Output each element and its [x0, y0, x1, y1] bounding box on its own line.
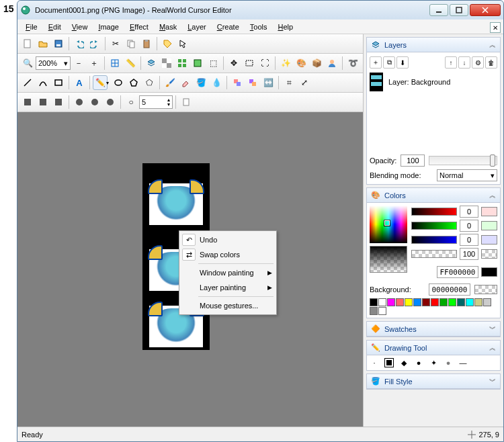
select-rect-icon[interactable]: [242, 56, 257, 71]
ctx-window-painting[interactable]: Window painting▶: [181, 265, 275, 280]
rect-tool-icon[interactable]: [51, 75, 66, 90]
grid-icon[interactable]: [108, 56, 122, 71]
menu-help[interactable]: Help: [272, 21, 298, 32]
opt-round2[interactable]: [87, 95, 102, 109]
expand-icon[interactable]: ︾: [489, 324, 496, 334]
collapse-icon[interactable]: ︽: [489, 343, 496, 353]
g-slider[interactable]: [411, 222, 457, 230]
ellipse-tool-icon[interactable]: [111, 75, 126, 90]
opt-round3[interactable]: [103, 95, 118, 109]
panel-layers-header[interactable]: Layers ︽: [367, 38, 500, 52]
delete-layer-icon[interactable]: 🗑: [485, 56, 497, 69]
palette-swatch[interactable]: [474, 298, 482, 306]
panel-fill-header[interactable]: 🪣 Fill Style ︾: [367, 374, 500, 389]
select-all-icon[interactable]: ⛶: [257, 56, 272, 71]
palette-swatch[interactable]: [396, 298, 404, 306]
opacity-input[interactable]: [401, 154, 425, 167]
menu-edit[interactable]: Edit: [43, 21, 67, 32]
hex-input[interactable]: [437, 266, 478, 278]
tag-icon[interactable]: [160, 36, 175, 51]
r-slider[interactable]: [411, 208, 457, 216]
palette-swatch[interactable]: [405, 298, 413, 306]
open-icon[interactable]: [36, 36, 50, 51]
brush-soft[interactable]: ●: [444, 358, 453, 367]
brush-line[interactable]: ―: [458, 358, 468, 367]
expand-icon[interactable]: ︾: [489, 377, 496, 386]
copy-icon[interactable]: [124, 36, 138, 51]
menu-layer[interactable]: Layer: [182, 21, 212, 32]
tiles-icon[interactable]: [175, 56, 190, 71]
new-layer-icon[interactable]: ＋: [370, 56, 382, 69]
color-picker-hue[interactable]: [370, 206, 407, 243]
palette-swatch[interactable]: [466, 298, 474, 306]
ctx-layer-painting[interactable]: Layer painting▶: [181, 280, 275, 295]
curve-tool-icon[interactable]: [36, 75, 50, 90]
maximize-button[interactable]: [450, 4, 468, 16]
menu-mask[interactable]: Mask: [154, 21, 182, 32]
pencil-tool-icon[interactable]: ✏️: [93, 75, 108, 90]
effect3-icon[interactable]: 📦: [309, 56, 324, 71]
select-move-icon[interactable]: ✥: [226, 56, 241, 71]
brush-star[interactable]: ✦: [429, 358, 438, 367]
palette-swatch[interactable]: [413, 298, 421, 306]
zoom-combo[interactable]: 200%▾: [36, 56, 71, 70]
lasso-icon[interactable]: ➰: [345, 56, 360, 71]
ctx-swap-colors[interactable]: ⇄Swap colors: [181, 247, 275, 262]
canvas[interactable]: ↶Undo ⇄Swap colors Window painting▶ Laye…: [17, 112, 363, 427]
brush-tool-icon[interactable]: 🖌️: [163, 75, 177, 90]
save-icon[interactable]: [51, 36, 66, 51]
effect2-icon[interactable]: 🎨: [294, 56, 308, 71]
size-spinner[interactable]: 5▴▾: [139, 95, 173, 109]
crop-tool-icon[interactable]: ⌗: [282, 75, 296, 90]
effect1-icon[interactable]: ✨: [278, 56, 293, 71]
brush-square[interactable]: [384, 358, 394, 367]
b-input[interactable]: [460, 234, 478, 246]
cut-icon[interactable]: ✂: [108, 36, 123, 51]
opacity-slider[interactable]: [429, 156, 497, 165]
close-button[interactable]: [470, 4, 501, 16]
collapse-icon[interactable]: ︽: [489, 191, 496, 200]
blend-mode-select[interactable]: Normal▾: [437, 169, 497, 181]
transform-tool-icon[interactable]: ⤢: [297, 75, 312, 90]
user-icon[interactable]: [325, 56, 339, 71]
menu-effect[interactable]: Effect: [124, 21, 154, 32]
a-input[interactable]: [460, 248, 478, 260]
clone-tool-icon[interactable]: [230, 75, 245, 90]
palette-swatch[interactable]: [378, 307, 386, 315]
collapse-icon[interactable]: ︽: [489, 40, 496, 50]
image-bounds-icon[interactable]: [190, 56, 205, 71]
menu-create[interactable]: Create: [212, 21, 245, 32]
palette-swatch[interactable]: [483, 298, 491, 306]
opt1[interactable]: [20, 95, 35, 109]
shape-tool-icon[interactable]: ⬠: [142, 75, 157, 90]
palette-swatch[interactable]: [422, 298, 430, 306]
text-tool-icon[interactable]: A: [72, 75, 87, 90]
brush-1px[interactable]: ·: [370, 358, 379, 367]
ruler-icon[interactable]: 📏: [123, 56, 138, 71]
layers-view-icon[interactable]: [144, 56, 159, 71]
palette-swatch[interactable]: [387, 298, 395, 306]
line-tool-icon[interactable]: [20, 75, 35, 90]
panel-swatches-header[interactable]: 🔶 Swatches ︾: [367, 322, 500, 337]
r-input[interactable]: [460, 206, 478, 218]
stamp-tool-icon[interactable]: [245, 75, 260, 90]
panel-colors-header[interactable]: 🎨 Colors ︽: [367, 188, 500, 203]
layer-up-icon[interactable]: ↑: [445, 56, 457, 69]
polygon-tool-icon[interactable]: [126, 75, 141, 90]
new-icon[interactable]: [20, 36, 35, 51]
color-picker-alpha[interactable]: [370, 246, 407, 273]
menu-view[interactable]: View: [67, 21, 93, 32]
zoom-in-icon[interactable]: ＋: [87, 56, 101, 71]
palette-swatch[interactable]: [370, 307, 378, 315]
opt2[interactable]: [36, 95, 50, 109]
palette-swatch[interactable]: [370, 298, 378, 306]
menu-tools[interactable]: Tools: [245, 21, 273, 32]
a-slider[interactable]: [411, 250, 457, 258]
close-document-button[interactable]: ✕: [490, 22, 501, 33]
eraser-tool-icon[interactable]: [178, 75, 193, 90]
menu-image[interactable]: Image: [93, 21, 124, 32]
brush-circle[interactable]: ●: [414, 358, 423, 367]
undo-icon[interactable]: [72, 36, 87, 51]
palette-swatch[interactable]: [448, 298, 456, 306]
palette-swatch[interactable]: [431, 298, 439, 306]
